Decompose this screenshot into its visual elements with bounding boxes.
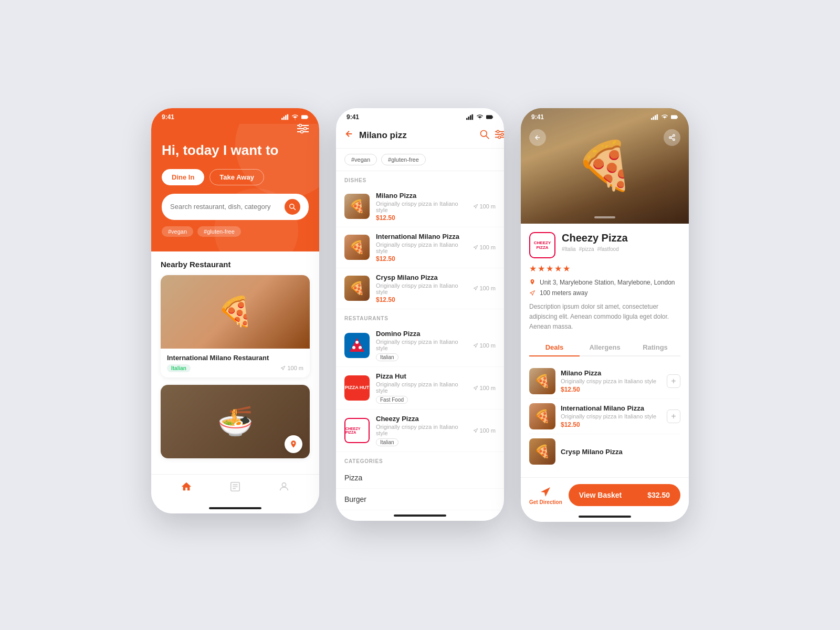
allergens-tab[interactable]: Allergens (580, 339, 630, 356)
detail-name-section: Cheezy Pizza #Italia #pizza #fastfood (562, 232, 628, 252)
dish-info-3: Crysp Milano Pizza Originally crispy piz… (376, 274, 467, 303)
dish-thumb-3: 🍕 (344, 276, 370, 301)
restaurant-thumb-3: CHEEZY PIZZA (344, 418, 370, 443)
home-search-input[interactable] (170, 203, 285, 211)
svg-marker-33 (350, 338, 364, 352)
deals-list: 🍕 Milano Pizza Originally crispy pizza i… (529, 364, 680, 469)
dish-item-1[interactable]: 🍕 Milano Pizza Originally crispy pizza i… (336, 186, 504, 227)
deal-thumb-1: 🍕 (529, 368, 555, 394)
dish-distance-1: 100 m (473, 203, 496, 209)
home-indicator-2 (336, 510, 504, 521)
dish-item-3[interactable]: 🍕 Crysp Milano Pizza Originally crispy p… (336, 268, 504, 309)
svg-point-34 (352, 346, 355, 349)
restaurant-info-3: Cheezy Pizza Originally crispy pizza in … (376, 415, 467, 446)
filter-icon-2 (495, 129, 504, 140)
pizzahut-logo: PIZZA HUT (344, 375, 370, 401)
restaurant-img-emoji-1: 🍕 (161, 275, 310, 349)
direction-icon (539, 486, 552, 498)
filter-tag-gluten[interactable]: #gluten-free (381, 154, 426, 165)
dish-name-2: International Milano Pizza (376, 233, 467, 240)
search-btn-2[interactable] (479, 129, 490, 142)
search-results: DISHES 🍕 Milano Pizza Originally crispy … (336, 171, 504, 510)
dish-item-2[interactable]: 🍕 International Milano Pizza Originally … (336, 227, 504, 268)
svg-point-44 (669, 136, 671, 139)
dish-price-1: $12.50 (376, 214, 467, 222)
signal-icon (281, 113, 289, 121)
svg-point-36 (355, 341, 359, 344)
deal-thumb-3: 🍕 (529, 438, 555, 465)
nav-home[interactable] (181, 481, 192, 492)
filter-icon-btn[interactable] (297, 124, 309, 135)
dine-in-tab[interactable]: Dine In (162, 169, 204, 185)
gluten-free-tag[interactable]: #gluten-free (197, 226, 241, 237)
home-search-icon-btn[interactable] (285, 199, 300, 215)
distance-row: 100 meters away (529, 289, 680, 297)
hero-back-btn[interactable] (529, 129, 546, 146)
dish-desc-1: Originally crispy pizza in Italiano styl… (376, 201, 467, 213)
restaurant-card-1[interactable]: 🍕 International Milano Restaurant Italia… (161, 275, 310, 377)
back-btn-2[interactable] (344, 129, 354, 141)
deal-desc-2: Originally crispy pizza in Italiano styl… (561, 413, 662, 419)
detail-top: CHEEZY PIZZA Cheezy Pizza #Italia #pizza… (529, 232, 680, 258)
hero-share-btn[interactable] (664, 129, 680, 146)
deal-info-1: Milano Pizza Originally crispy pizza in … (561, 369, 662, 393)
svg-rect-40 (657, 114, 658, 120)
deal-add-btn-1[interactable]: + (667, 374, 680, 388)
wifi-icon (291, 113, 299, 121)
time-3: 9:41 (531, 113, 544, 121)
category-burger[interactable]: Burger (336, 489, 504, 510)
search-icon-2 (479, 129, 490, 140)
svg-rect-0 (281, 118, 283, 120)
filter-tag-vegan[interactable]: #vegan (344, 154, 377, 165)
nearby-title: Nearby Restaurant (161, 260, 310, 269)
svg-rect-39 (655, 115, 656, 120)
nav-icon-r2 (473, 385, 478, 391)
restaurant-distance-r1: 100 m (473, 342, 496, 349)
svg-point-35 (359, 346, 362, 349)
home-bar-1 (209, 507, 261, 509)
search-header (336, 125, 504, 149)
restaurant-card-img-1: 🍕 (161, 275, 310, 349)
filter-btn-2[interactable] (495, 129, 504, 142)
dish-desc-2: Originally crispy pizza in Italiano styl… (376, 242, 467, 254)
dish-thumb-emoji-3: 🍕 (344, 276, 370, 301)
nav-icon-r1 (473, 343, 478, 348)
restaurant-item-2[interactable]: PIZZA HUT Pizza Hut Originally crispy pi… (336, 367, 504, 410)
restaurant-badge-r3: Italian (376, 438, 398, 446)
dish-price-3: $12.50 (376, 296, 467, 303)
battery-icon-2 (486, 113, 494, 121)
distance-nav-icon (529, 290, 536, 296)
deal-thumb-emoji-2: 🍕 (529, 403, 555, 429)
view-basket-btn[interactable]: View Basket $32.50 (569, 484, 680, 506)
search-input-2[interactable] (359, 130, 474, 141)
restaurant-card-2[interactable]: 🍜 (161, 385, 310, 458)
get-direction-btn[interactable]: Get Direction (529, 486, 562, 505)
restaurant-item-3[interactable]: CHEEZY PIZZA Cheezy Pizza Originally cri… (336, 410, 504, 452)
nav-orders[interactable] (229, 481, 241, 492)
detail-logo: CHEEZY PIZZA (529, 232, 555, 258)
nav-profile[interactable] (278, 481, 290, 492)
ratings-tab[interactable]: Ratings (630, 339, 680, 356)
deal-add-btn-2[interactable]: + (667, 410, 680, 423)
vegan-tag[interactable]: #vegan (162, 226, 193, 237)
home-indicator-1 (151, 503, 319, 513)
restaurant-badge-r2: Fast Food (376, 396, 408, 404)
home-search-bar[interactable] (162, 194, 309, 220)
restaurant-item-1[interactable]: Domino Pizza Originally crispy pizza in … (336, 324, 504, 367)
detail-tag-1: #pizza (579, 246, 594, 252)
restaurant-card-img-2: 🍜 (161, 385, 310, 458)
status-bar-1: 9:41 (151, 108, 319, 124)
battery-icon (301, 113, 309, 121)
back-icon-hero (534, 134, 541, 141)
location-overlay-btn[interactable] (285, 435, 302, 453)
take-away-tab[interactable]: Take Away (209, 169, 264, 185)
svg-point-30 (497, 130, 499, 133)
address-text: Unit 3, Marylebone Station, Marylebone, … (540, 279, 675, 286)
restaurant-meta-1: Italian 100 m (167, 364, 303, 372)
svg-rect-23 (486, 116, 492, 119)
signal-icon-2 (466, 113, 474, 121)
deals-tab[interactable]: Deals (529, 339, 580, 356)
dish-info-1: Milano Pizza Originally crispy pizza in … (376, 192, 467, 222)
category-pizza[interactable]: Pizza (336, 467, 504, 489)
detail-restaurant-name: Cheezy Pizza (562, 232, 628, 244)
